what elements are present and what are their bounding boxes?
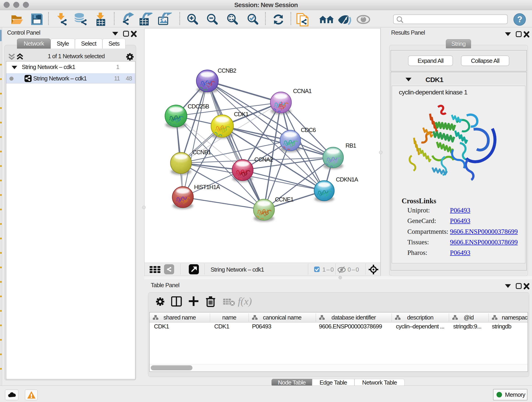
- svg-text:CCNB1: CCNB1: [192, 149, 211, 155]
- svg-text:CDC6: CDC6: [301, 127, 316, 133]
- svg-text:RB1: RB1: [346, 142, 356, 149]
- svg-text:CCNA2: CCNA2: [254, 156, 273, 163]
- svg-text:?: ?: [517, 15, 522, 24]
- svg-text:CCNA1: CCNA1: [293, 88, 311, 94]
- svg-text:CCNE1: CCNE1: [275, 196, 293, 203]
- svg-text:CDKN1A: CDKN1A: [336, 176, 358, 183]
- svg-text:CDK1: CDK1: [234, 111, 248, 117]
- svg-text:CCNB2: CCNB2: [218, 67, 236, 74]
- svg-text:CDC25B: CDC25B: [188, 103, 209, 109]
- svg-text:HIST1H1A: HIST1H1A: [194, 184, 220, 190]
